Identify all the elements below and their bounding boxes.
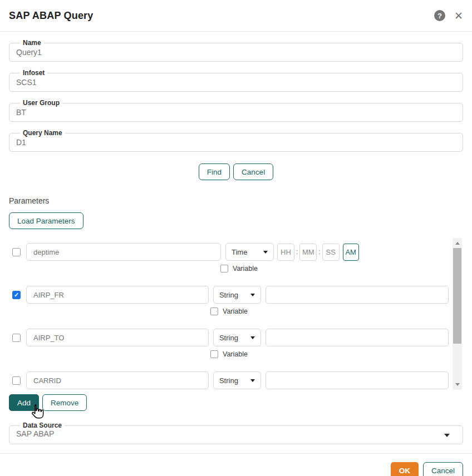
variable-label: Variable — [233, 265, 258, 272]
param-type-select[interactable]: String — [213, 329, 261, 346]
variable-checkbox[interactable] — [210, 350, 218, 358]
load-parameters-row: Load Parameters — [9, 212, 463, 229]
parameter-row-deptime: Time : : AM — [12, 243, 449, 272]
data-source-field[interactable]: Data Source SAP ABAP — [9, 422, 463, 444]
find-button[interactable]: Find — [199, 163, 230, 180]
param-name-input[interactable] — [26, 286, 209, 304]
data-source-wrapper: Data Source SAP ABAP — [9, 422, 463, 444]
parameters-scroll-area: Time : : AM — [9, 238, 463, 390]
dialog-content: Name Infoset User Group Query Name Find … — [0, 32, 472, 444]
infoset-field-label: Infoset — [20, 69, 47, 77]
parameters-scrollbar[interactable] — [453, 238, 462, 390]
scrollbar-thumb[interactable] — [453, 248, 461, 344]
add-button[interactable]: Add — [9, 394, 39, 411]
user-group-input[interactable] — [16, 107, 456, 117]
infoset-input[interactable] — [16, 77, 456, 87]
param-type-select[interactable]: String — [213, 286, 261, 304]
dialog-footer: OK Cancel — [0, 454, 472, 476]
ok-button[interactable]: OK — [391, 462, 419, 476]
time-separator: : — [318, 248, 321, 256]
scrollbar-up-icon[interactable] — [453, 239, 462, 248]
param-type-select[interactable]: String — [213, 371, 261, 389]
user-group-field: User Group — [9, 99, 463, 122]
time-separator: : — [296, 248, 298, 256]
infoset-field: Infoset — [9, 69, 463, 92]
param-value-input[interactable] — [266, 371, 449, 389]
param-type-value: String — [219, 376, 238, 385]
minutes-input[interactable] — [299, 244, 317, 261]
remove-button[interactable]: Remove — [42, 394, 87, 411]
meridiem-toggle-button[interactable]: AM — [343, 244, 359, 261]
find-cancel-button[interactable]: Cancel — [233, 163, 273, 180]
help-icon[interactable]: ? — [434, 10, 445, 21]
row-checkbox[interactable] — [12, 334, 21, 342]
data-source-label: Data Source — [20, 422, 65, 429]
scrollbar-down-icon[interactable] — [453, 380, 462, 389]
row-checkbox[interactable] — [12, 291, 21, 299]
variable-label: Variable — [223, 308, 248, 315]
parameter-row-airp-fr: String Variable — [12, 286, 449, 315]
load-parameters-button[interactable]: Load Parameters — [9, 212, 83, 229]
query-name-input[interactable] — [16, 137, 456, 147]
find-cancel-row: Find Cancel — [9, 163, 463, 180]
param-name-input[interactable] — [26, 371, 209, 389]
variable-label: Variable — [223, 350, 248, 358]
parameter-row-carrid: String — [12, 371, 449, 389]
dialog-header: SAP ABAP Query ? ✕ — [0, 0, 472, 32]
param-value-input[interactable] — [266, 329, 449, 346]
name-field-label: Name — [20, 39, 44, 47]
query-name-field-label: Query Name — [20, 129, 65, 137]
user-group-field-label: User Group — [20, 99, 62, 107]
chevron-down-icon — [250, 336, 255, 339]
time-input-group: : : AM — [277, 244, 359, 261]
close-icon[interactable]: ✕ — [454, 11, 463, 21]
chevron-down-icon — [250, 379, 255, 382]
param-type-value: Time — [232, 248, 247, 256]
query-name-field: Query Name — [9, 129, 463, 152]
data-source-value: SAP ABAP — [16, 429, 456, 440]
param-type-value: String — [219, 334, 238, 342]
chevron-down-icon[interactable] — [444, 434, 450, 437]
variable-checkbox[interactable] — [210, 308, 218, 315]
param-name-input[interactable] — [26, 243, 221, 261]
param-type-select[interactable]: Time — [225, 243, 274, 261]
hours-input[interactable] — [277, 244, 294, 261]
dialog-title: SAP ABAP Query — [9, 10, 434, 22]
param-name-input[interactable] — [26, 329, 209, 346]
parameter-row-airp-to: String Variable — [12, 329, 449, 358]
param-type-value: String — [219, 291, 238, 299]
seconds-input[interactable] — [322, 244, 340, 261]
name-input[interactable] — [16, 47, 456, 57]
sap-abap-query-dialog: SAP ABAP Query ? ✕ Name Infoset User Gro… — [0, 0, 472, 476]
chevron-down-icon — [250, 294, 255, 296]
parameters-list: Time : : AM — [9, 238, 463, 389]
row-checkbox[interactable] — [12, 376, 21, 385]
variable-checkbox[interactable] — [220, 265, 228, 272]
row-checkbox[interactable] — [12, 248, 21, 256]
parameters-section-label: Parameters — [9, 196, 463, 205]
footer-cancel-button[interactable]: Cancel — [423, 462, 463, 476]
param-value-input[interactable] — [266, 286, 449, 304]
add-remove-row: Add Remove — [9, 394, 463, 411]
chevron-down-icon — [263, 251, 268, 254]
name-field: Name — [9, 39, 463, 62]
